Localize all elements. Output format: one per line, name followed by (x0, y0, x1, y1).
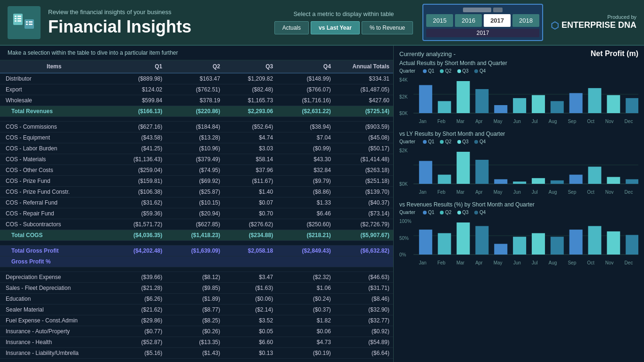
table-row[interactable]: Sales - Fleet Depreciation($21.28)($9.85… (0, 283, 393, 294)
svg-rect-4 (17, 18, 21, 19)
cell-value: ($903.59) (335, 122, 393, 132)
cell-value: $1.40 (224, 187, 277, 197)
cell-value: ($2,726.79) (335, 219, 393, 230)
table-row[interactable]: COS - Commissions($627.16)($184.84)($52.… (0, 122, 393, 132)
cell-label: Insurance - Health (0, 337, 108, 348)
bar (513, 237, 526, 255)
cell-value: ($46.63) (335, 272, 393, 283)
right-panel: Currently analyzing - Net Profit (m) Act… (394, 46, 644, 362)
header-subtitle: Review the financial insights of your bu… (48, 8, 274, 16)
cell-value: ($25.87) (166, 187, 224, 197)
table-row[interactable]: COS - Labor Burden($41.25)($10.96)$3.03(… (0, 143, 393, 154)
table-row[interactable]: COS - Equipment($43.58)($13.28)$4.74$7.0… (0, 132, 393, 143)
table-row[interactable]: COS - Referral Fund($31.62)($10.15)$0.07… (0, 197, 393, 208)
cell-value: $0.06 (277, 326, 335, 337)
table-row[interactable]: Total COGS($4,036.35)($1,418.23)($234.88… (0, 230, 393, 241)
bar (588, 88, 601, 113)
cell-value: ($73.14) (335, 208, 393, 219)
metric-selector: Select a metric to display within table … (274, 10, 413, 34)
cell-value: $4.73 (277, 337, 335, 348)
table-row[interactable]: Education($6.26)($1.89)($0.06)($0.24)($8… (0, 294, 393, 304)
bar (626, 98, 638, 113)
table-row[interactable]: COS - Prize Fund($159.81)($69.92)($11.67… (0, 176, 393, 187)
cell-value: $1,165.73 (224, 95, 277, 106)
year-selected-label: 2017 (426, 29, 539, 37)
table-row[interactable]: Insurance - Auto/Property($0.77)($0.26)$… (0, 326, 393, 337)
table-container[interactable]: Items Q1 Q2 Q3 Q4 Annual Totals Distribu… (0, 60, 393, 362)
cell-value: ($5,907.67) (335, 230, 393, 241)
cell-value: ($6.26) (108, 294, 166, 304)
cell-label: COS - Referral Fund (0, 197, 108, 208)
bar (438, 101, 451, 114)
table-row[interactable] (0, 117, 393, 122)
year-2015-button[interactable]: 2015 (426, 14, 453, 27)
enterprise-dna: Produced by ⬡ ENTERPRISE DNA (551, 14, 636, 31)
table-row[interactable]: Sealer Material($21.62)($8.77)($2.14)($0… (0, 304, 393, 315)
cell-value: $43.30 (277, 154, 335, 165)
table-row[interactable]: Depreciation Expense($39.66)($8.12)$3.47… (0, 272, 393, 283)
table-row[interactable]: Export$124.02($762.51)($82.48)($766.07)(… (0, 84, 393, 95)
table-row[interactable] (0, 267, 393, 272)
cell-value: $599.84 (108, 95, 166, 106)
legend-item: Q2 (440, 139, 451, 144)
table-row[interactable]: COS - Subcontractors($1,571.72)($627.85)… (0, 219, 393, 230)
cell-value: ($2,849.43) (277, 246, 335, 256)
legend-item: Q1 (423, 210, 434, 215)
cell-value: ($5.16) (108, 348, 166, 359)
cell-label: Depreciation Expense (0, 272, 108, 283)
cell-label: COS - Repair Fund (0, 208, 108, 219)
table-row[interactable]: Insurance - Health($52.87)($13.35)$6.60$… (0, 337, 393, 348)
bar (457, 152, 470, 184)
cell-value: $1.33 (277, 197, 335, 208)
table-row[interactable]: Total Revenues($166.13)($220.86)$2,293.0… (0, 106, 393, 117)
table-row[interactable] (0, 241, 393, 246)
cell-label: COS - Labor Burden (0, 143, 108, 154)
cell-value: ($148.99) (277, 73, 335, 84)
table-row[interactable]: Insurance - Life($1.17)($0.22)$0.26$0.14… (0, 359, 393, 362)
table-row[interactable]: Total Gross Profit($4,202.48)($1,639.09)… (0, 246, 393, 256)
metric-buttons: Actuals vs Last Year % to Revenue (274, 21, 413, 34)
legend-item: Q3 (457, 68, 469, 74)
pct-to-revenue-button[interactable]: % to Revenue (362, 21, 413, 34)
cell-value: ($276.62) (224, 219, 277, 230)
cell-value: ($31.62) (108, 197, 166, 208)
svg-rect-3 (15, 18, 17, 19)
cell-value: $0.26 (224, 359, 277, 362)
cell-value: ($627.85) (166, 219, 224, 230)
cell-value: ($0.26) (166, 326, 224, 337)
cell-value: ($31.71) (335, 283, 393, 294)
year-2018-button[interactable]: 2018 (512, 14, 539, 27)
year-2017-button[interactable]: 2017 (484, 14, 511, 27)
table-row[interactable]: Wholesale$599.84$378.19$1,165.73($1,716.… (0, 95, 393, 106)
bar (438, 233, 451, 255)
cell-value: $0.70 (224, 208, 277, 219)
chart-x-labels-1: JanFebMarAprMayJunJulAugSepOctNovDec (399, 189, 638, 195)
metric-selector-label: Select a metric to display within table (293, 10, 394, 17)
cell-value: ($1,639.09) (166, 246, 224, 256)
table-row[interactable]: Insurance - Liability/Umbrella($5.16)($1… (0, 348, 393, 359)
table-row[interactable]: Distributor($889.98)$163.47$1,209.82($14… (0, 73, 393, 84)
cell-value: ($8.86) (277, 187, 335, 197)
table-row[interactable]: Gross Profit % (0, 256, 393, 267)
table-row[interactable]: Fuel Expense - Const.Admin($29.86)($8.25… (0, 315, 393, 326)
cell-label: Gross Profit % (0, 256, 108, 267)
cell-value: ($13.35) (166, 337, 224, 348)
actuals-button[interactable]: Actuals (274, 21, 309, 34)
bar (551, 101, 564, 114)
table-row[interactable]: COS - Other Costs($259.04)($74.95)$37.96… (0, 165, 393, 176)
legend-item: Q2 (440, 210, 451, 215)
vs-last-year-button[interactable]: vs Last Year (311, 21, 360, 34)
table-row[interactable]: COS - Repair Fund($59.36)($20.94)$0.70$6… (0, 208, 393, 219)
legend-item: Q4 (474, 139, 486, 144)
svg-rect-5 (15, 20, 17, 22)
chart-wrapper-2: 100%50%0% (399, 217, 638, 259)
cell-value: $427.60 (335, 95, 393, 106)
cell-value (166, 256, 224, 267)
legend-item: Q3 (457, 210, 469, 215)
year-2016-button[interactable]: 2016 (455, 14, 482, 27)
table-row[interactable]: COS - Prize Fund Constr.($106.38)($25.87… (0, 187, 393, 197)
cell-value: ($1,414.48) (335, 154, 393, 165)
table-row[interactable]: COS - Materials($1,136.43)($379.49)$58.1… (0, 154, 393, 165)
cell-value: ($8.12) (166, 272, 224, 283)
produced-by-label: Produced by (607, 14, 636, 20)
